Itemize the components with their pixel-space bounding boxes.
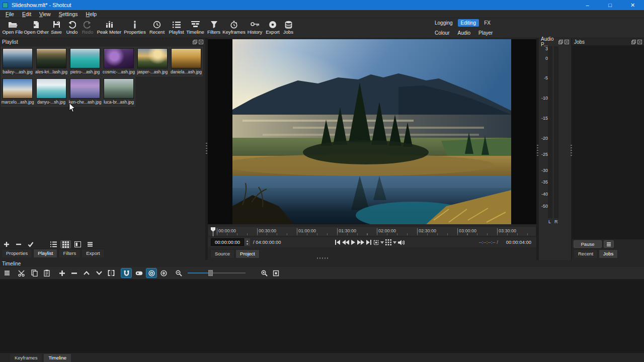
- skip-next-button[interactable]: [366, 238, 372, 246]
- playlist-item[interactable]: pietro-...ash.jpg: [68, 47, 102, 76]
- fast-forward-button[interactable]: [357, 238, 364, 246]
- history-button[interactable]: History: [245, 20, 265, 37]
- playlist-item[interactable]: luca-br...ash.jpg: [102, 77, 135, 107]
- close-button[interactable]: ✕: [621, 0, 644, 10]
- volume-button[interactable]: [398, 238, 405, 246]
- skip-previous-button[interactable]: [335, 238, 341, 246]
- playlist-item[interactable]: daniela...ash.jpg: [170, 47, 203, 76]
- undo-button[interactable]: Undo: [64, 20, 79, 37]
- timeline-zoom-slider[interactable]: [188, 273, 246, 274]
- playlist-item[interactable]: danyu-...sh.jpg: [35, 77, 68, 107]
- tab-properties[interactable]: Properties: [2, 249, 32, 257]
- time-spinner[interactable]: ▲▼: [245, 238, 250, 246]
- menu-help[interactable]: Help: [83, 11, 101, 18]
- close-panel-icon[interactable]: [565, 40, 569, 44]
- zoom-fit-button[interactable]: [270, 268, 281, 278]
- tab-keyframes[interactable]: Keyframes: [10, 354, 42, 362]
- menu-file[interactable]: File: [2, 11, 18, 18]
- jobs-list[interactable]: [572, 45, 644, 239]
- playlist-item[interactable]: cosmic-...ash.jpg: [102, 47, 135, 76]
- playlist-menu-button[interactable]: [85, 240, 95, 248]
- tab-project[interactable]: Project: [235, 249, 260, 258]
- maximize-button[interactable]: □: [599, 0, 621, 10]
- playlist-item[interactable]: jasper-...ash.jpg: [136, 47, 169, 76]
- append-button[interactable]: [56, 268, 67, 278]
- play-button[interactable]: [351, 238, 356, 246]
- float-panel-icon[interactable]: [558, 40, 563, 44]
- float-panel-icon[interactable]: [193, 40, 197, 44]
- lift-button[interactable]: [81, 268, 92, 278]
- rewind-button[interactable]: [342, 238, 349, 246]
- peak-meter-button[interactable]: Peak Meter: [96, 20, 123, 37]
- grid-dropdown-caret[interactable]: [393, 238, 396, 246]
- keyframes-button[interactable]: Keyframes: [223, 20, 245, 37]
- scrub-while-dragging-toggle[interactable]: [133, 268, 144, 278]
- filters-button[interactable]: Filters: [205, 20, 223, 37]
- open-file-button[interactable]: Open File: [1, 20, 24, 37]
- tab-export[interactable]: Export: [82, 249, 104, 257]
- loop-in-out-button[interactable]: [373, 238, 379, 246]
- playlist-item[interactable]: bailey-...ash.jpg: [1, 47, 34, 76]
- player-scrub-ruler[interactable]: 00:00:00 00:30:00 01:00:00 01:30:00 02:0…: [208, 226, 536, 236]
- properties-button[interactable]: Properties: [123, 20, 147, 37]
- ripple-all-tracks-toggle[interactable]: [158, 268, 169, 278]
- paste-button[interactable]: [41, 268, 52, 278]
- splitter-handle[interactable]: [206, 143, 207, 154]
- tab-jobs[interactable]: Jobs: [599, 249, 618, 258]
- layout-audio[interactable]: Audio: [454, 29, 473, 37]
- float-panel-icon[interactable]: [631, 40, 636, 44]
- ripple-delete-button[interactable]: [68, 268, 79, 278]
- view-icons-button[interactable]: [60, 240, 71, 248]
- recent-button[interactable]: Recent: [147, 20, 167, 37]
- tab-filters[interactable]: Filters: [58, 249, 80, 257]
- jobs-button[interactable]: Jobs: [281, 20, 296, 37]
- close-panel-icon[interactable]: [199, 40, 203, 44]
- add-item-button[interactable]: [1, 240, 12, 248]
- tab-recent[interactable]: Recent: [574, 249, 598, 258]
- split-button[interactable]: [106, 268, 117, 278]
- zoom-slider-handle[interactable]: [208, 270, 213, 276]
- layout-editing[interactable]: Editing: [458, 19, 479, 27]
- close-panel-icon[interactable]: [637, 40, 642, 44]
- layout-fx[interactable]: FX: [481, 19, 494, 27]
- zoom-in-button[interactable]: [259, 268, 270, 278]
- tab-timeline[interactable]: Timeline: [44, 354, 71, 362]
- video-preview[interactable]: [208, 39, 536, 224]
- titlebar[interactable]: Slideshow.mlt* - Shotcut – □ ✕: [0, 0, 644, 10]
- tab-source[interactable]: Source: [210, 249, 234, 258]
- pause-jobs-button[interactable]: Pause: [574, 240, 602, 248]
- current-time-field[interactable]: 00:00:00:00: [211, 238, 244, 246]
- remove-item-button[interactable]: [13, 240, 24, 248]
- layout-player[interactable]: Player: [475, 29, 496, 37]
- menu-settings[interactable]: Settings: [55, 11, 82, 18]
- open-other-button[interactable]: Open Other: [24, 20, 48, 37]
- splitter-handle[interactable]: [571, 145, 572, 156]
- menu-edit[interactable]: Edit: [19, 11, 35, 18]
- playlist-item[interactable]: marcelo...ash.jpg: [1, 77, 34, 107]
- playlist-button[interactable]: Playlist: [167, 20, 186, 37]
- timeline-button[interactable]: Timeline: [186, 20, 205, 37]
- overwrite-button[interactable]: [94, 268, 105, 278]
- ripple-toggle[interactable]: [146, 268, 157, 278]
- playlist-item[interactable]: ken-che...ash.jpg: [68, 77, 102, 107]
- timeline-tracks[interactable]: [0, 280, 644, 353]
- export-button[interactable]: Export: [265, 20, 281, 37]
- minimize-button[interactable]: –: [576, 0, 599, 10]
- view-details-button[interactable]: [48, 240, 59, 248]
- copy-button[interactable]: [29, 268, 40, 278]
- zoom-out-button[interactable]: [173, 268, 184, 278]
- snap-toggle[interactable]: [121, 268, 132, 278]
- loop-dropdown-caret[interactable]: [380, 238, 384, 246]
- splitter-handle[interactable]: [317, 257, 328, 259]
- playlist-item[interactable]: ales-kri...lash.jpg: [35, 47, 68, 76]
- tab-playlist[interactable]: Playlist: [33, 249, 57, 257]
- jobs-menu-button[interactable]: [604, 240, 614, 248]
- grid-button[interactable]: [385, 238, 391, 246]
- layout-colour[interactable]: Colour: [432, 29, 452, 37]
- redo-button[interactable]: Redo: [79, 20, 96, 37]
- save-button[interactable]: Save: [48, 20, 64, 37]
- update-item-button[interactable]: [25, 240, 36, 248]
- splitter-handle[interactable]: [537, 145, 538, 156]
- timeline-menu-button[interactable]: [2, 268, 13, 278]
- layout-logging[interactable]: Logging: [432, 19, 456, 27]
